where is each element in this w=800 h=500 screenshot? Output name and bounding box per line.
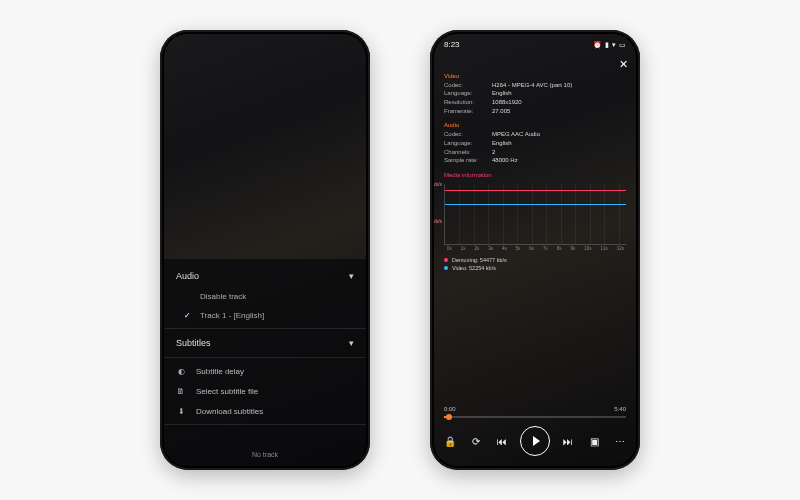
status-icons: ⏰ ▮ ▾ ▭ [593,41,626,49]
subtitles-section-header[interactable]: Subtitles ▾ [176,332,354,354]
chart-grid [474,184,475,244]
chevron-down-icon: ▾ [349,338,354,348]
battery-icon: ▭ [619,41,626,49]
no-track-label: No track [164,451,366,458]
chart-grid [517,184,518,244]
video-framerate-row: Framerate:27.005 [444,107,626,116]
video-codec-row: Codec:H264 - MPEG-4 AVC (part 10) [444,81,626,90]
audio-title: Audio [176,271,199,281]
rotate-icon[interactable]: ⟳ [468,433,484,449]
time-total: 5:40 [614,406,626,412]
play-button[interactable] [520,426,550,456]
chart-line-video [445,204,626,205]
chart-grid [532,184,533,244]
player-time-labels: 0:00 5:40 [444,406,626,412]
subtitles-title: Subtitles [176,338,211,348]
audio-track-1-label: Track 1 - [English] [200,311,264,320]
subtitle-delay-label: Subtitle delay [196,367,244,376]
media-info-panel: Video Codec:H264 - MPEG-4 AVC (part 10) … [444,66,626,273]
select-subtitle-label: Select subtitle file [196,387,258,396]
time-current: 0:00 [444,406,456,412]
audio-codec-row: Codec:MPEG AAC Audio [444,130,626,139]
clock-icon: ◐ [176,366,186,376]
chart-grid [604,184,605,244]
alarm-icon: ⏰ [593,41,602,49]
play-icon [533,436,540,446]
audio-channels-row: Channels:2 [444,148,626,157]
audio-heading: Audio [444,121,626,130]
video-heading: Video [444,72,626,81]
aspect-ratio-icon[interactable]: ▣ [586,433,602,449]
audio-samplerate-row: Sample rate:48000 Hz [444,156,626,165]
audio-track-1[interactable]: ✓ Track 1 - [English] [176,306,354,325]
previous-icon[interactable]: ⏮ [494,433,510,449]
audio-section-header[interactable]: Audio ▾ [176,265,354,287]
seekbar[interactable] [444,416,626,418]
chart-heading: Media information [444,171,626,180]
screen-left: Audio ▾ ✓ Disable track ✓ Track 1 - [Eng… [164,34,366,466]
audio-language-row: Language:English [444,139,626,148]
video-language-row: Language:English [444,89,626,98]
phone-right: 8:23 ⏰ ▮ ▾ ▭ ✕ Video Codec:H264 - MPEG-4… [430,30,640,470]
check-icon: ✓ [184,311,192,320]
player-controls: 🔒 ⟳ ⏮ ⏭ ▣ ⋯ [442,426,628,456]
chart-grid [575,184,576,244]
download-icon: ⬇ [176,406,186,416]
tracks-sheet: Audio ▾ ✓ Disable track ✓ Track 1 - [Eng… [164,259,366,466]
chart-legend: Demuxing: 54477 kb/s Video: 52254 kb/s [444,257,626,273]
legend-video: Video: 52254 kb/s [444,265,626,273]
dot-icon [444,266,448,270]
video-resolution-row: Resolution:1088x1920 [444,98,626,107]
file-icon: 🗎 [176,386,186,396]
divider [164,328,366,329]
dot-icon [444,258,448,262]
chart-grid [488,184,489,244]
signal-icon: ▮ [605,41,609,49]
status-time: 8:23 [444,40,460,49]
divider [164,424,366,425]
phone-left: Audio ▾ ✓ Disable track ✓ Track 1 - [Eng… [160,30,370,470]
chart-grid [590,184,591,244]
subtitle-delay-option[interactable]: ◐ Subtitle delay [176,361,354,381]
download-subtitles-option[interactable]: ⬇ Download subtitles [176,401,354,421]
chart-ytick-top: 54477kb/s [434,181,442,188]
chart-line-demuxing [445,190,626,191]
screen-right: 8:23 ⏰ ▮ ▾ ▭ ✕ Video Codec:H264 - MPEG-4… [434,34,636,466]
select-subtitle-file-option[interactable]: 🗎 Select subtitle file [176,381,354,401]
seekbar-thumb[interactable] [446,414,452,420]
chart-grid [546,184,547,244]
legend-demuxing: Demuxing: 54477 kb/s [444,257,626,265]
chevron-down-icon: ▾ [349,271,354,281]
chart-grid [561,184,562,244]
more-icon[interactable]: ⋯ [612,433,628,449]
audio-disable-label: Disable track [200,292,246,301]
chart-grid [619,184,620,244]
download-subtitles-label: Download subtitles [196,407,263,416]
status-bar: 8:23 ⏰ ▮ ▾ ▭ [444,40,626,49]
divider [164,357,366,358]
chart-grid [503,184,504,244]
wifi-icon: ▾ [612,41,616,49]
chart-xticks: 0s 1s 2s 3s 4s 5s 6s 7s 8s 9s 10s 11s 12… [445,246,626,253]
chart-ytick-bottom: 32632kb/s [434,218,442,225]
lock-icon[interactable]: 🔒 [442,433,458,449]
bitrate-chart: 54477kb/s 32632kb/s 0s 1s 2 [444,184,626,245]
next-icon[interactable]: ⏭ [560,433,576,449]
chart-grid [459,184,460,244]
audio-disable-option[interactable]: ✓ Disable track [176,287,354,306]
